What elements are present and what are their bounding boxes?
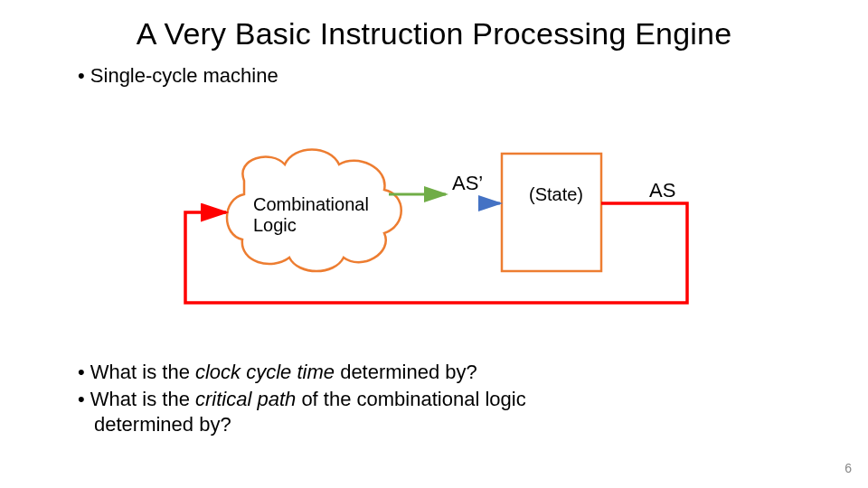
bullet-dot-icon: • [78,360,90,385]
bullet-single-cycle: • Single-cycle machine [78,63,278,89]
bullet-dot-icon: • [78,63,90,89]
state-register [502,154,601,271]
bullet-critical-path: • What is the critical path of the combi… [78,387,526,436]
bullet-text: What is the clock cycle time determined … [90,361,477,383]
text-fragment: of the combinational logic [296,388,525,410]
text-fragment: determined by? [335,361,477,383]
emphasis-text: clock cycle time [195,361,335,383]
cloud-label-line1: Combinational [253,194,369,214]
page-number: 6 [844,461,852,475]
bullet-dot-icon: • [78,387,90,412]
text-fragment: What is the [90,388,195,410]
page-title: A Very Basic Instruction Processing Engi… [0,16,868,52]
engine-diagram: Combinational Logic (State) AS’ AS [136,127,732,325]
as-label: AS [649,179,675,202]
as-prime-label: AS’ [452,172,483,195]
text-fragment: What is the [90,361,195,383]
diagram-svg [136,127,732,325]
emphasis-text: critical path [195,388,296,410]
state-label: (State) [529,184,583,205]
bullet-clock-cycle: • What is the clock cycle time determine… [78,360,477,385]
cloud-label: Combinational Logic [253,194,369,236]
bullet-text-line2: determined by? [78,412,526,437]
cloud-label-line2: Logic [253,215,297,235]
bullet-text: What is the critical path of the combina… [90,388,526,410]
bullet-text: Single-cycle machine [90,64,278,87]
